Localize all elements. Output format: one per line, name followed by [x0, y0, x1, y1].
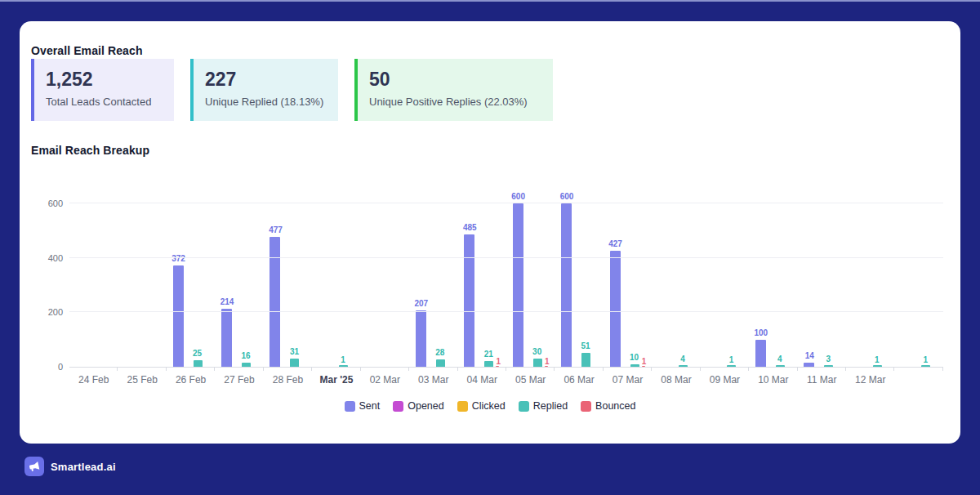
analytics-card: Overall Email Reach 1,252 Total Leads Co… [20, 21, 960, 444]
stat-label: Unique Replied (18.13%) [205, 96, 325, 108]
chart-category: 1 [312, 204, 360, 367]
bar-value-label: 600 [560, 192, 574, 201]
x-axis-tick [214, 367, 215, 371]
legend-label: Bounced [595, 400, 635, 412]
x-axis-tick [117, 367, 118, 371]
bar-replied [484, 361, 493, 367]
x-axis-tick [651, 367, 652, 371]
chart-category [118, 204, 166, 367]
bar-value-label: 1 [496, 357, 501, 366]
x-axis-label: 26 Feb [167, 374, 215, 386]
bar-groups: 3722521416477311207284852116003016005142… [69, 204, 943, 367]
legend-label: Opened [408, 400, 443, 412]
y-axis-label: 200 [20, 307, 63, 317]
bar-replied [873, 365, 882, 367]
x-axis-tick [797, 367, 798, 371]
bar-value-label: 21 [484, 350, 493, 359]
bar-sent [221, 309, 232, 367]
bar-value-label: 1 [875, 355, 880, 364]
bar-replied [242, 363, 251, 367]
brand-footer: Smartlead.ai [24, 457, 116, 476]
x-axis-tick [408, 367, 409, 371]
legend-item-bounced[interactable]: Bounced [581, 400, 635, 412]
gridline [69, 203, 943, 203]
y-axis-label: 400 [20, 253, 63, 263]
bar-value-label: 28 [435, 348, 444, 357]
x-axis-label: 03 Mar [409, 374, 457, 386]
legend-label: Sent [359, 400, 381, 412]
chart-category: 1 [701, 204, 749, 367]
x-axis-label: 12 Mar [846, 374, 894, 386]
bar-replied [290, 359, 299, 367]
y-axis-label: 600 [20, 198, 63, 208]
bar-value-label: 30 [532, 347, 541, 356]
stat-label: Total Leads Contacted [46, 96, 161, 108]
x-axis-tick [311, 367, 312, 371]
legend-swatch [345, 401, 355, 412]
legend-item-opened[interactable]: Opened [393, 400, 443, 412]
bar-value-label: 1 [341, 355, 345, 364]
bar-replied [921, 365, 930, 367]
x-axis-label: 07 Mar [604, 374, 652, 386]
chart-category: 1004 [749, 204, 797, 367]
bar-replied [581, 353, 590, 367]
stat-value: 1,252 [46, 69, 161, 90]
chart-category: 1 [846, 204, 894, 367]
bar-value-label: 16 [241, 351, 250, 360]
legend-item-clicked[interactable]: Clicked [457, 400, 506, 412]
legend-item-replied[interactable]: Replied [519, 400, 568, 412]
bar-value-label: 600 [511, 192, 525, 201]
bar-value-label: 3 [826, 355, 831, 363]
bar-bounced [496, 366, 499, 367]
x-axis-label: 25 Feb [118, 374, 166, 386]
email-reach-breakup-title: Email Reach Breakup [31, 144, 149, 157]
bar-value-label: 214 [220, 297, 234, 306]
bar-value-label: 1 [642, 357, 647, 366]
email-reach-chart: 0200400600 37225214164773112072848521160… [20, 204, 960, 368]
bar-value-label: 10 [630, 353, 639, 362]
x-axis-tick [700, 367, 701, 371]
x-axis-tick [506, 367, 506, 371]
bar-sent [464, 234, 474, 367]
x-axis-label: 09 Mar [701, 374, 749, 386]
bar-value-label: 485 [463, 223, 477, 232]
bar-value-label: 4 [680, 355, 685, 363]
bar-value-label: 14 [805, 351, 814, 360]
plot-area: 3722521416477311207284852116003016005142… [69, 204, 943, 368]
bar-value-label: 207 [414, 299, 428, 308]
bar-bounced [642, 366, 645, 367]
bar-replied [436, 359, 445, 367]
x-axis-label: 11 Mar [798, 374, 846, 386]
x-axis-label: 10 Mar [749, 374, 797, 386]
y-axis-label: 0 [20, 362, 63, 372]
stat-card-positive-replies: 50 Unique Positive Replies (22.03%) [354, 59, 553, 121]
bar-replied [630, 364, 639, 367]
bar-sent [173, 265, 184, 367]
chart-category: 485211 [458, 204, 506, 367]
bar-replied [533, 359, 542, 367]
legend-label: Clicked [472, 400, 506, 412]
bar-sent [804, 363, 814, 367]
bar-value-label: 4 [777, 355, 782, 363]
chart-category: 21416 [215, 204, 263, 367]
bar-replied [679, 365, 688, 367]
overall-email-reach-title: Overall Email Reach [31, 44, 143, 57]
x-axis-tick [603, 367, 604, 371]
x-axis-label: 02 Mar [361, 374, 409, 386]
bar-replied [727, 365, 736, 367]
x-axis-label: 27 Feb [215, 374, 263, 386]
x-axis-tick [845, 367, 846, 371]
bar-value-label: 1 [729, 355, 734, 364]
chart-category: 20728 [409, 204, 457, 367]
stat-label: Unique Positive Replies (22.03%) [369, 96, 540, 108]
stats-row: 1,252 Total Leads Contacted 227 Unique R… [31, 59, 553, 121]
megaphone-icon [24, 457, 44, 476]
chart-category: 1 [894, 204, 942, 367]
legend-swatch [581, 401, 591, 412]
legend-swatch [519, 401, 529, 412]
chart-category: 143 [798, 204, 846, 367]
legend-item-sent[interactable]: Sent [345, 400, 381, 412]
bar-sent [610, 251, 621, 367]
bar-replied [194, 360, 203, 367]
legend-label: Replied [533, 400, 568, 412]
